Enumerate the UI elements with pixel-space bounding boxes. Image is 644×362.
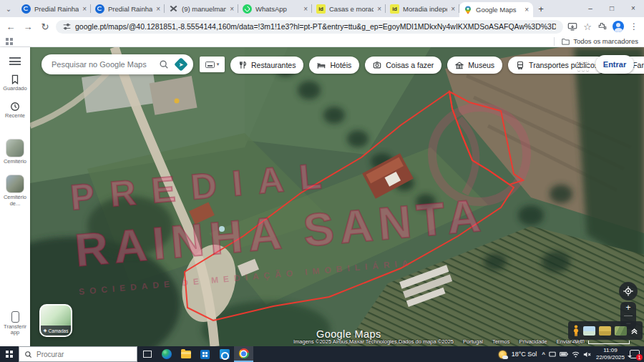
tab-close-icon[interactable]: ×: [82, 5, 87, 13]
zoom-in-button[interactable]: +: [625, 303, 630, 312]
terms-link[interactable]: Termos: [492, 338, 510, 345]
windows-logo-icon: [6, 351, 13, 358]
chip-transit[interactable]: Transportes públicos: [508, 57, 606, 74]
action-center-icon[interactable]: 1: [630, 350, 640, 358]
site-settings-icon[interactable]: [63, 23, 71, 31]
tab-idealista-2[interactable]: id Moradia independen ×: [386, 0, 459, 17]
window-controls: – □ ×: [580, 0, 644, 16]
tab-title: WhatsApp: [255, 5, 300, 13]
tab-close-icon[interactable]: ×: [525, 6, 529, 14]
volume-muted-icon[interactable]: [583, 351, 591, 358]
tab-close-icon[interactable]: ×: [156, 5, 160, 13]
chrome-button-active[interactable]: [234, 346, 253, 362]
tab-idealista-1[interactable]: id Casas e moradias e ×: [312, 0, 386, 17]
chip-hotels[interactable]: Hotéis: [309, 57, 359, 74]
outlook-icon: [220, 349, 230, 359]
browser-tabstrip: ⌄ Predial Rainha Santa × Predial Rainha …: [0, 0, 644, 17]
task-view-button[interactable]: [137, 346, 157, 362]
search-icon[interactable]: [159, 59, 169, 69]
sidebar-item-cemiterio[interactable]: Cemitério: [1, 139, 29, 165]
tab-close-icon[interactable]: ×: [230, 5, 234, 13]
tab-google-maps-active[interactable]: Google Maps ×: [459, 2, 533, 17]
imagery-thumbnail[interactable]: [615, 326, 627, 336]
caret-down-icon: ▾: [217, 62, 220, 67]
search-icon: [24, 351, 32, 358]
recent-clock-icon: [10, 102, 20, 112]
edge-button[interactable]: [157, 346, 176, 362]
place-thumbnail: [6, 139, 24, 157]
microsoft-store-button[interactable]: [195, 346, 215, 362]
chip-restaurants[interactable]: Restaurantes: [230, 57, 303, 74]
sidebar-item-cemiterio-de[interactable]: Cemitério de...: [1, 175, 29, 207]
bookmark-star-icon[interactable]: ☆: [583, 21, 592, 32]
apps-shortcut-icon[interactable]: [6, 38, 13, 45]
battery-icon[interactable]: [560, 351, 568, 357]
sidebar-label: Guardado: [3, 86, 26, 92]
google-apps-grid-icon[interactable]: [576, 59, 588, 71]
scale-bar: [588, 341, 630, 344]
tab-close-icon[interactable]: ×: [377, 5, 381, 13]
directions-icon[interactable]: [175, 58, 187, 71]
sidebar-item-recent[interactable]: Recente: [1, 102, 29, 119]
start-button[interactable]: [0, 346, 19, 362]
taskbar-search[interactable]: [19, 346, 137, 362]
sidebar-item-saved[interactable]: Guardado: [1, 74, 29, 92]
reload-icon[interactable]: ↻: [39, 21, 52, 32]
file-explorer-button[interactable]: [176, 346, 195, 362]
tab-search-chevron-icon[interactable]: ⌄: [0, 0, 17, 17]
new-tab-button[interactable]: +: [533, 0, 549, 17]
maximize-button[interactable]: □: [601, 0, 623, 16]
bus-icon: [516, 61, 525, 69]
chip-things-to-do[interactable]: Coisas a fazer: [365, 57, 441, 74]
imagery-thumbnail[interactable]: [583, 326, 595, 336]
sidebar-item-download-app[interactable]: Transferir app: [1, 311, 29, 336]
extensions-icon[interactable]: [597, 22, 607, 31]
wifi-icon[interactable]: [572, 351, 580, 358]
tab-whatsapp[interactable]: WhatsApp ×: [238, 0, 312, 17]
navbar-actions: ☆ ⋮: [567, 21, 640, 32]
chip-museums[interactable]: Museus: [447, 57, 502, 74]
idealista-favicon-icon: id: [316, 4, 326, 14]
pegman-icon[interactable]: [572, 325, 580, 337]
install-app-icon[interactable]: [567, 22, 577, 31]
maps-searchbox[interactable]: [42, 54, 193, 74]
minimize-button[interactable]: –: [580, 0, 601, 16]
all-bookmarks[interactable]: Todos os marcadores: [554, 37, 638, 46]
desktop-screen: ⌄ Predial Rainha Santa × Predial Rainha …: [0, 0, 644, 362]
map-canvas[interactable]: PREDIAL RAINHA SANTA SOCIEDADE DE MEDIAÇ…: [30, 47, 644, 346]
collapse-chevrons-icon[interactable]: [630, 327, 638, 335]
layers-card[interactable]: ◈ Camadas: [39, 304, 72, 337]
url-input[interactable]: [75, 22, 556, 31]
weather-label[interactable]: 18°C Sol: [512, 351, 537, 358]
outlook-button[interactable]: [215, 346, 234, 362]
imagery-thumbnail[interactable]: [599, 326, 611, 336]
close-button[interactable]: ×: [623, 0, 644, 16]
tab-mail[interactable]: (9) manuelmancelos ×: [165, 0, 238, 17]
browser-menu-icon[interactable]: ⋮: [630, 21, 638, 31]
tab-close-icon[interactable]: ×: [303, 5, 308, 13]
profile-avatar[interactable]: [613, 21, 624, 32]
tab-predial-1[interactable]: Predial Rainha Santa ×: [17, 0, 91, 17]
url-bar[interactable]: [56, 20, 563, 34]
maps-search-input[interactable]: [52, 60, 153, 69]
weather-sun-icon: [499, 351, 507, 358]
input-tools-button[interactable]: ▾: [200, 57, 225, 72]
my-location-button[interactable]: [619, 282, 638, 300]
back-icon[interactable]: ←: [4, 21, 17, 32]
taskbar-clock[interactable]: 11:09 22/09/2025: [596, 347, 625, 361]
chip-label: Farmácia: [633, 61, 644, 69]
tab-close-icon[interactable]: ×: [451, 5, 455, 13]
sidebar-label: Cemitério de...: [1, 195, 29, 207]
tray-chevron-icon[interactable]: ^: [542, 351, 545, 358]
sign-in-button[interactable]: Entrar: [595, 55, 634, 74]
camera-icon: [373, 61, 381, 69]
bookmark-icon: [10, 74, 20, 84]
display-icon[interactable]: [549, 351, 556, 358]
satellite-imagery: [30, 47, 644, 346]
privacy-link[interactable]: Privacidade: [519, 338, 547, 345]
forward-icon[interactable]: →: [21, 21, 34, 32]
tab-predial-2[interactable]: Predial Rainha Santa ×: [91, 0, 165, 17]
predial-favicon-icon: [95, 4, 104, 14]
menu-hamburger-icon[interactable]: [9, 57, 21, 65]
taskbar-search-input[interactable]: [36, 351, 132, 358]
